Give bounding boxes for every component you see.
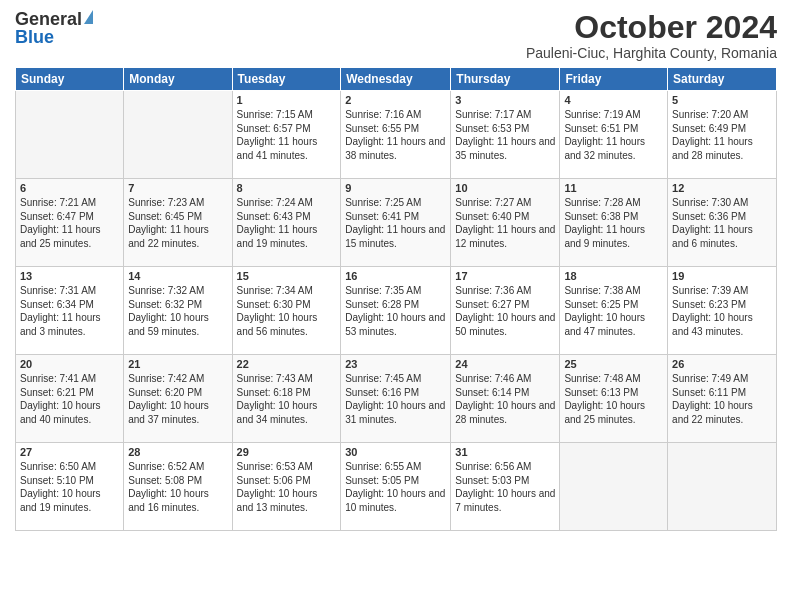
- logo-blue: Blue: [15, 28, 54, 48]
- day-cell: 8Sunrise: 7:24 AM Sunset: 6:43 PM Daylig…: [232, 179, 341, 267]
- day-cell: 29Sunrise: 6:53 AM Sunset: 5:06 PM Dayli…: [232, 443, 341, 531]
- day-cell: 11Sunrise: 7:28 AM Sunset: 6:38 PM Dayli…: [560, 179, 668, 267]
- day-info: Sunrise: 7:41 AM Sunset: 6:21 PM Dayligh…: [20, 372, 119, 426]
- day-number: 13: [20, 270, 119, 282]
- day-info: Sunrise: 7:34 AM Sunset: 6:30 PM Dayligh…: [237, 284, 337, 338]
- day-info: Sunrise: 7:36 AM Sunset: 6:27 PM Dayligh…: [455, 284, 555, 338]
- day-number: 29: [237, 446, 337, 458]
- day-number: 16: [345, 270, 446, 282]
- day-number: 22: [237, 358, 337, 370]
- day-info: Sunrise: 7:46 AM Sunset: 6:14 PM Dayligh…: [455, 372, 555, 426]
- day-info: Sunrise: 6:52 AM Sunset: 5:08 PM Dayligh…: [128, 460, 227, 514]
- day-info: Sunrise: 7:30 AM Sunset: 6:36 PM Dayligh…: [672, 196, 772, 250]
- col-header-thursday: Thursday: [451, 68, 560, 91]
- day-cell: 22Sunrise: 7:43 AM Sunset: 6:18 PM Dayli…: [232, 355, 341, 443]
- day-number: 26: [672, 358, 772, 370]
- day-cell: 23Sunrise: 7:45 AM Sunset: 6:16 PM Dayli…: [341, 355, 451, 443]
- day-cell: [560, 443, 668, 531]
- day-info: Sunrise: 7:28 AM Sunset: 6:38 PM Dayligh…: [564, 196, 663, 250]
- day-cell: 2Sunrise: 7:16 AM Sunset: 6:55 PM Daylig…: [341, 91, 451, 179]
- week-row-2: 6Sunrise: 7:21 AM Sunset: 6:47 PM Daylig…: [16, 179, 777, 267]
- day-cell: [16, 91, 124, 179]
- col-header-monday: Monday: [124, 68, 232, 91]
- day-cell: 27Sunrise: 6:50 AM Sunset: 5:10 PM Dayli…: [16, 443, 124, 531]
- day-info: Sunrise: 7:43 AM Sunset: 6:18 PM Dayligh…: [237, 372, 337, 426]
- col-header-wednesday: Wednesday: [341, 68, 451, 91]
- day-info: Sunrise: 7:15 AM Sunset: 6:57 PM Dayligh…: [237, 108, 337, 162]
- day-number: 10: [455, 182, 555, 194]
- day-info: Sunrise: 7:24 AM Sunset: 6:43 PM Dayligh…: [237, 196, 337, 250]
- day-info: Sunrise: 7:39 AM Sunset: 6:23 PM Dayligh…: [672, 284, 772, 338]
- day-number: 5: [672, 94, 772, 106]
- day-number: 18: [564, 270, 663, 282]
- main-title: October 2024: [526, 10, 777, 45]
- title-block: October 2024 Pauleni-Ciuc, Harghita Coun…: [526, 10, 777, 61]
- day-info: Sunrise: 7:32 AM Sunset: 6:32 PM Dayligh…: [128, 284, 227, 338]
- col-header-tuesday: Tuesday: [232, 68, 341, 91]
- day-number: 1: [237, 94, 337, 106]
- day-cell: 31Sunrise: 6:56 AM Sunset: 5:03 PM Dayli…: [451, 443, 560, 531]
- day-cell: 19Sunrise: 7:39 AM Sunset: 6:23 PM Dayli…: [668, 267, 777, 355]
- day-cell: [668, 443, 777, 531]
- day-info: Sunrise: 7:17 AM Sunset: 6:53 PM Dayligh…: [455, 108, 555, 162]
- day-cell: 26Sunrise: 7:49 AM Sunset: 6:11 PM Dayli…: [668, 355, 777, 443]
- week-row-4: 20Sunrise: 7:41 AM Sunset: 6:21 PM Dayli…: [16, 355, 777, 443]
- day-number: 6: [20, 182, 119, 194]
- day-info: Sunrise: 7:20 AM Sunset: 6:49 PM Dayligh…: [672, 108, 772, 162]
- day-number: 8: [237, 182, 337, 194]
- day-cell: 3Sunrise: 7:17 AM Sunset: 6:53 PM Daylig…: [451, 91, 560, 179]
- day-number: 21: [128, 358, 227, 370]
- day-number: 15: [237, 270, 337, 282]
- day-number: 20: [20, 358, 119, 370]
- day-number: 3: [455, 94, 555, 106]
- day-info: Sunrise: 7:27 AM Sunset: 6:40 PM Dayligh…: [455, 196, 555, 250]
- header: General Blue October 2024 Pauleni-Ciuc, …: [15, 10, 777, 61]
- day-cell: [124, 91, 232, 179]
- day-cell: 14Sunrise: 7:32 AM Sunset: 6:32 PM Dayli…: [124, 267, 232, 355]
- day-info: Sunrise: 6:50 AM Sunset: 5:10 PM Dayligh…: [20, 460, 119, 514]
- day-info: Sunrise: 7:31 AM Sunset: 6:34 PM Dayligh…: [20, 284, 119, 338]
- day-cell: 9Sunrise: 7:25 AM Sunset: 6:41 PM Daylig…: [341, 179, 451, 267]
- day-number: 31: [455, 446, 555, 458]
- day-cell: 10Sunrise: 7:27 AM Sunset: 6:40 PM Dayli…: [451, 179, 560, 267]
- day-info: Sunrise: 7:23 AM Sunset: 6:45 PM Dayligh…: [128, 196, 227, 250]
- day-info: Sunrise: 7:48 AM Sunset: 6:13 PM Dayligh…: [564, 372, 663, 426]
- day-number: 24: [455, 358, 555, 370]
- day-cell: 21Sunrise: 7:42 AM Sunset: 6:20 PM Dayli…: [124, 355, 232, 443]
- day-number: 23: [345, 358, 446, 370]
- day-number: 4: [564, 94, 663, 106]
- day-number: 28: [128, 446, 227, 458]
- week-row-3: 13Sunrise: 7:31 AM Sunset: 6:34 PM Dayli…: [16, 267, 777, 355]
- col-header-saturday: Saturday: [668, 68, 777, 91]
- day-number: 2: [345, 94, 446, 106]
- col-header-sunday: Sunday: [16, 68, 124, 91]
- col-header-friday: Friday: [560, 68, 668, 91]
- day-info: Sunrise: 6:56 AM Sunset: 5:03 PM Dayligh…: [455, 460, 555, 514]
- day-cell: 13Sunrise: 7:31 AM Sunset: 6:34 PM Dayli…: [16, 267, 124, 355]
- day-number: 19: [672, 270, 772, 282]
- day-info: Sunrise: 7:16 AM Sunset: 6:55 PM Dayligh…: [345, 108, 446, 162]
- day-cell: 25Sunrise: 7:48 AM Sunset: 6:13 PM Dayli…: [560, 355, 668, 443]
- day-info: Sunrise: 7:49 AM Sunset: 6:11 PM Dayligh…: [672, 372, 772, 426]
- day-number: 14: [128, 270, 227, 282]
- day-cell: 30Sunrise: 6:55 AM Sunset: 5:05 PM Dayli…: [341, 443, 451, 531]
- calendar: SundayMondayTuesdayWednesdayThursdayFrid…: [15, 67, 777, 531]
- day-cell: 12Sunrise: 7:30 AM Sunset: 6:36 PM Dayli…: [668, 179, 777, 267]
- week-row-5: 27Sunrise: 6:50 AM Sunset: 5:10 PM Dayli…: [16, 443, 777, 531]
- day-info: Sunrise: 7:25 AM Sunset: 6:41 PM Dayligh…: [345, 196, 446, 250]
- day-number: 17: [455, 270, 555, 282]
- day-cell: 7Sunrise: 7:23 AM Sunset: 6:45 PM Daylig…: [124, 179, 232, 267]
- day-info: Sunrise: 7:42 AM Sunset: 6:20 PM Dayligh…: [128, 372, 227, 426]
- subtitle: Pauleni-Ciuc, Harghita County, Romania: [526, 45, 777, 61]
- day-number: 12: [672, 182, 772, 194]
- day-cell: 1Sunrise: 7:15 AM Sunset: 6:57 PM Daylig…: [232, 91, 341, 179]
- day-number: 30: [345, 446, 446, 458]
- day-info: Sunrise: 7:38 AM Sunset: 6:25 PM Dayligh…: [564, 284, 663, 338]
- header-row: SundayMondayTuesdayWednesdayThursdayFrid…: [16, 68, 777, 91]
- day-cell: 16Sunrise: 7:35 AM Sunset: 6:28 PM Dayli…: [341, 267, 451, 355]
- day-cell: 5Sunrise: 7:20 AM Sunset: 6:49 PM Daylig…: [668, 91, 777, 179]
- day-cell: 28Sunrise: 6:52 AM Sunset: 5:08 PM Dayli…: [124, 443, 232, 531]
- day-cell: 17Sunrise: 7:36 AM Sunset: 6:27 PM Dayli…: [451, 267, 560, 355]
- day-number: 11: [564, 182, 663, 194]
- page: General Blue October 2024 Pauleni-Ciuc, …: [0, 0, 792, 612]
